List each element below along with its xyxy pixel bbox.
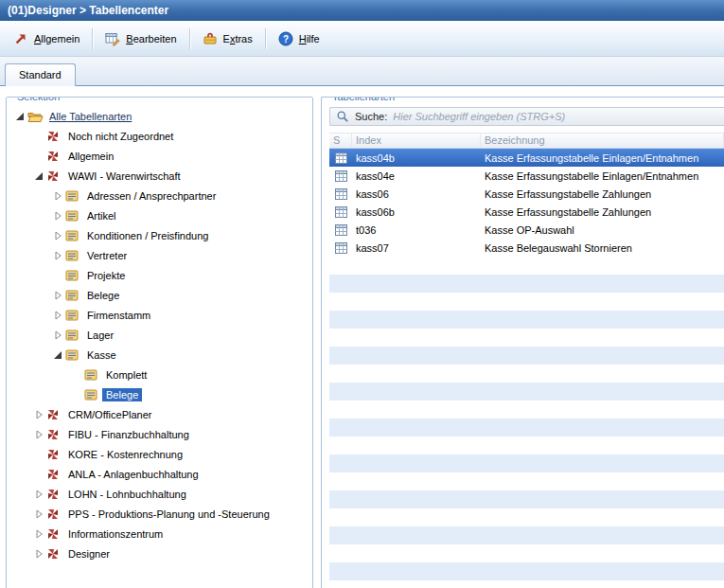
tree-item-kore-kostenrechnung[interactable]: KORE - Kostenrechnung: [9, 444, 310, 464]
cell-bezeichnung: Kasse Erfassungstabelle Einlagen/Entnahm…: [481, 152, 724, 164]
tables-icon: [65, 330, 83, 341]
tree-item-firmenstamm[interactable]: Firmenstamm: [9, 305, 310, 325]
column-header-s[interactable]: S: [329, 134, 352, 148]
expander-collapsed-icon[interactable]: [50, 231, 65, 241]
table-grid-icon: [329, 206, 352, 218]
tables-icon: [65, 230, 83, 241]
toolbar-button-hilfe[interactable]: ?Hilfe: [270, 27, 328, 50]
toolbar-button-allgemein[interactable]: Allgemein: [5, 27, 88, 50]
selektion-group-label: Selektion: [13, 97, 63, 102]
table-row-t036[interactable]: t036Kasse OP-Auswahl: [329, 221, 724, 239]
tree-item-wawi-warenwirtschaft[interactable]: WAWI - Warenwirtschaft: [9, 166, 310, 186]
category-icon: [46, 428, 64, 441]
expander-collapsed-icon[interactable]: [50, 251, 65, 260]
table-row-kass06b[interactable]: kass06bKasse Erfassungstabelle Zahlungen: [329, 203, 724, 221]
tabellenarten-group-label: Tabellenarten: [328, 97, 398, 102]
expander-collapsed-icon[interactable]: [50, 211, 65, 221]
toolbar-button-bearbeiten[interactable]: Bearbeiten: [97, 27, 185, 50]
expander-collapsed-icon[interactable]: [31, 549, 46, 559]
tree-item-label: Informationszentrum: [64, 527, 167, 541]
tree-item-label: Kasse: [83, 348, 120, 362]
category-icon: [46, 150, 64, 163]
tree-item-komplett[interactable]: Komplett: [9, 365, 310, 384]
tables-icon: [84, 369, 102, 381]
tree-item-label: Artikel: [83, 209, 120, 223]
tree-item-vertreter[interactable]: Vertreter: [9, 245, 310, 265]
tree-item-noch-nicht-zugeordnet[interactable]: Noch nicht Zugeordnet: [9, 126, 310, 146]
expander-collapsed-icon[interactable]: [31, 490, 46, 499]
tree-item-label: CRM/OfficePlaner: [64, 408, 155, 421]
table-row-kass04b[interactable]: kass04bKasse Erfassungstabelle Einlagen/…: [329, 149, 724, 167]
column-header-bezeichnung[interactable]: Bezeichnung: [481, 134, 724, 148]
tree-item-label: Projekte: [83, 269, 129, 282]
tree-item-label: Komplett: [102, 368, 150, 382]
cell-bezeichnung: Kasse Erfassungstabelle Zahlungen: [481, 206, 724, 218]
tree-item-label: Belege: [83, 289, 123, 302]
tab-standard[interactable]: Standard: [5, 63, 76, 86]
expander-collapsed-icon[interactable]: [31, 410, 46, 419]
table-empty-row: [329, 401, 724, 419]
table-row-kass06[interactable]: kass06Kasse Erfassungstabelle Zahlungen: [329, 185, 724, 203]
expander-expanded-icon[interactable]: [50, 350, 65, 360]
tables-icon: [65, 270, 83, 281]
expander-collapsed-icon[interactable]: [31, 509, 46, 519]
tree-item-projekte[interactable]: Projekte: [9, 265, 310, 285]
expander-collapsed-icon[interactable]: [31, 529, 46, 539]
toolbar-button-label: Bearbeiten: [126, 33, 176, 45]
tables-icon: [65, 310, 83, 321]
tree-item-artikel[interactable]: Artikel: [9, 205, 310, 225]
category-icon: [46, 508, 64, 521]
table-empty-row: [329, 490, 724, 508]
search-bar[interactable]: Suche: Hier Suchbegriff eingeben (STRG+S…: [329, 107, 724, 126]
tree-item-belege[interactable]: Belege: [9, 384, 310, 404]
tables-icon: [65, 210, 83, 222]
tables-icon: [65, 250, 83, 261]
tab-strip: Standard: [0, 57, 724, 85]
cell-bezeichnung: Kasse Erfassungstabelle Einlagen/Entnahm…: [481, 170, 724, 182]
tree-item-adressen-ansprechpartner[interactable]: Adressen / Ansprechpartner: [9, 186, 310, 205]
expander-expanded-icon[interactable]: [31, 171, 46, 181]
tree-item-informationszentrum[interactable]: Informationszentrum: [9, 524, 310, 543]
tree-item-designer[interactable]: Designer: [9, 543, 310, 563]
expander-collapsed-icon[interactable]: [50, 330, 65, 340]
table-empty-row: [329, 472, 724, 490]
tree-item-fibu-finanzbuchhaltung[interactable]: FIBU - Finanzbuchhaltung: [9, 424, 310, 444]
table-empty-row: [329, 329, 724, 347]
tree-item-anla-anlagenbuchhaltung[interactable]: ANLA - Anlagenbuchhaltung: [9, 464, 310, 484]
tree-item-label: FIBU - Finanzbuchhaltung: [64, 428, 193, 441]
expander-expanded-icon[interactable]: [12, 112, 27, 121]
tables-icon: [65, 349, 83, 361]
cell-bezeichnung: Kasse OP-Auswahl: [481, 224, 724, 236]
tree-item-alle-tabellenarten[interactable]: Alle Tabellenarten: [9, 106, 310, 126]
toolbar-button-extras[interactable]: Extras: [194, 27, 261, 50]
search-placeholder: Hier Suchbegriff eingeben (STRG+S): [393, 111, 565, 122]
tree-item-kasse[interactable]: Kasse: [9, 345, 310, 365]
category-icon: [46, 468, 64, 481]
tree-item-label: Konditionen / Preisfindung: [83, 229, 212, 242]
cell-index: kass04e: [352, 170, 481, 182]
tree-item-lohn-lohnbuchhaltung[interactable]: LOHN - Lohnbuchhaltung: [9, 484, 310, 504]
tree-item-label: Firmenstamm: [83, 309, 154, 322]
category-icon: [46, 130, 64, 143]
table-empty-row: [329, 454, 724, 472]
tree-item-belege[interactable]: Belege: [9, 285, 310, 305]
cell-index: t036: [352, 224, 481, 236]
tab-standard-label: Standard: [19, 69, 62, 80]
tree-item-pps-produktions-planung-und-steuerung[interactable]: PPS - Produktions-Planung und -Steuerung: [9, 504, 310, 524]
tabellenarten-group: Tabellenarten Suche: Hier Suchbegriff ei…: [321, 97, 724, 588]
tree-item-lager[interactable]: Lager: [9, 325, 310, 345]
expander-collapsed-icon[interactable]: [50, 311, 65, 320]
expander-collapsed-icon[interactable]: [31, 430, 46, 439]
expander-collapsed-icon[interactable]: [50, 291, 65, 300]
category-icon: [46, 448, 64, 461]
tree-item-konditionen-preisfindung[interactable]: Konditionen / Preisfindung: [9, 225, 310, 245]
table-row-kass07[interactable]: kass07Kasse Belegauswahl Stornieren: [329, 239, 724, 257]
bearbeiten-table-edit-icon: [105, 31, 120, 46]
svg-text:?: ?: [283, 33, 289, 44]
expander-collapsed-icon[interactable]: [50, 191, 65, 201]
table-row-kass04e[interactable]: kass04eKasse Erfassungstabelle Einlagen/…: [329, 167, 724, 185]
tree-item-allgemein[interactable]: Allgemein: [9, 146, 310, 166]
tree-item-crm-officeplaner[interactable]: CRM/OfficePlaner: [9, 404, 310, 424]
category-icon: [46, 488, 64, 501]
column-header-index[interactable]: Index: [352, 134, 481, 148]
